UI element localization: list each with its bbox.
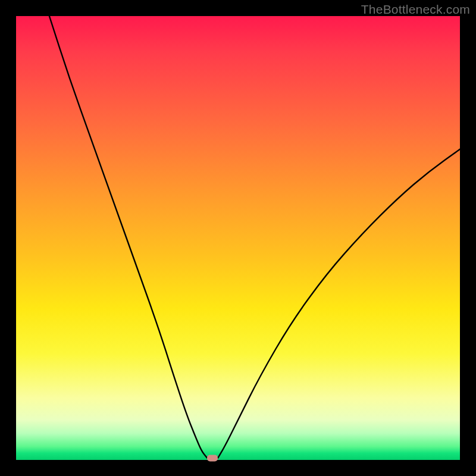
chart-frame <box>16 16 460 460</box>
watermark-text: TheBottleneck.com <box>361 2 470 17</box>
optimum-marker <box>207 455 218 462</box>
curve-path <box>49 16 460 459</box>
bottleneck-curve <box>16 16 460 460</box>
